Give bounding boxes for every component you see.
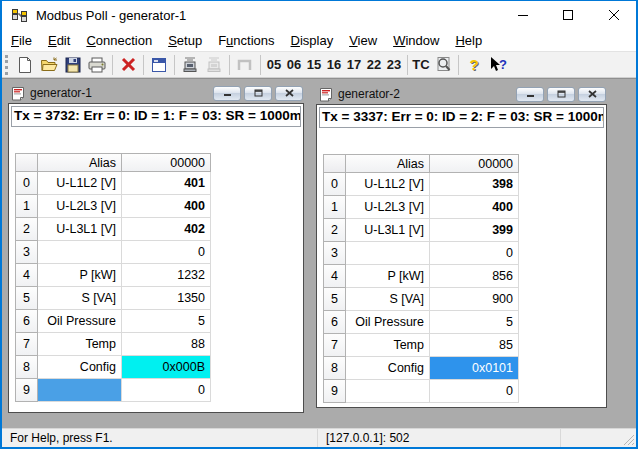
value-cell-row-5[interactable]: 1350 <box>122 287 211 310</box>
maximize-button[interactable] <box>546 1 591 29</box>
tc-button[interactable]: TC <box>411 54 431 76</box>
row-header-2[interactable]: 2 <box>16 218 38 241</box>
child-minimize-button[interactable] <box>213 86 241 101</box>
alias-cell-row-6[interactable]: Oil Pressure <box>346 311 430 334</box>
toolbar-fc-17-button[interactable]: 17 <box>344 54 364 76</box>
setup-window-button[interactable] <box>147 54 171 76</box>
alias-cell-row-5[interactable]: S [VA] <box>38 287 122 310</box>
app-icon[interactable] <box>11 7 28 23</box>
grid-corner-cell[interactable] <box>16 154 38 172</box>
alias-cell-row-1[interactable]: U-L2L3 [V] <box>38 195 122 218</box>
value-cell-row-9[interactable]: 0 <box>430 380 519 403</box>
title-bar[interactable]: Modbus Poll - generator-1 <box>2 1 636 29</box>
row-header-8[interactable]: 8 <box>16 356 38 379</box>
child-close-button[interactable] <box>275 86 303 101</box>
row-header-3[interactable]: 3 <box>324 242 346 265</box>
column-header-00000[interactable]: 00000 <box>122 154 211 172</box>
alias-cell-row-8[interactable]: Config <box>346 357 430 380</box>
toolbar-fc-22-button[interactable]: 22 <box>364 54 384 76</box>
row-header-0[interactable]: 0 <box>16 172 38 195</box>
row-header-6[interactable]: 6 <box>16 310 38 333</box>
resize-grip[interactable] <box>622 433 635 446</box>
alias-cell-row-8[interactable]: Config <box>38 356 122 379</box>
value-cell-row-1[interactable]: 400 <box>430 196 519 219</box>
row-header-2[interactable]: 2 <box>324 219 346 242</box>
save-file-button[interactable] <box>61 54 85 76</box>
alias-cell-row-2[interactable]: U-L3L1 [V] <box>38 218 122 241</box>
about-help-button[interactable]: ? <box>462 54 486 76</box>
row-header-7[interactable]: 7 <box>16 333 38 356</box>
child-restore-button[interactable] <box>244 86 272 101</box>
value-cell-row-2[interactable]: 402 <box>122 218 211 241</box>
value-cell-row-0[interactable]: 401 <box>122 172 211 195</box>
menu-setup[interactable]: Setup <box>160 30 210 51</box>
cancel-button[interactable] <box>116 54 140 76</box>
print-button[interactable] <box>85 54 109 76</box>
menu-connection[interactable]: Connection <box>78 30 160 51</box>
row-header-5[interactable]: 5 <box>16 287 38 310</box>
minimize-button[interactable] <box>501 1 546 29</box>
alias-cell-row-4[interactable]: P [kW] <box>346 265 430 288</box>
toolbar-grip[interactable] <box>5 55 10 75</box>
value-cell-row-8[interactable]: 0x0101 <box>430 357 519 380</box>
row-header-9[interactable]: 9 <box>324 380 346 403</box>
alias-cell-row-5[interactable]: S [VA] <box>346 288 430 311</box>
toolbar-fc-15-button[interactable]: 15 <box>304 54 324 76</box>
row-header-6[interactable]: 6 <box>324 311 346 334</box>
new-file-button[interactable] <box>13 54 37 76</box>
value-cell-row-7[interactable]: 88 <box>122 333 211 356</box>
child-restore-button[interactable] <box>547 87 575 102</box>
alias-cell-row-0[interactable]: U-L1L2 [V] <box>38 172 122 195</box>
value-cell-row-3[interactable]: 0 <box>430 242 519 265</box>
value-cell-row-4[interactable]: 1232 <box>122 264 211 287</box>
row-header-9[interactable]: 9 <box>16 379 38 402</box>
row-header-8[interactable]: 8 <box>324 357 346 380</box>
open-file-button[interactable] <box>37 54 61 76</box>
row-header-5[interactable]: 5 <box>324 288 346 311</box>
menu-edit[interactable]: Edit <box>40 30 78 51</box>
menu-file[interactable]: File <box>3 30 40 51</box>
context-help-button[interactable]: ? <box>486 54 510 76</box>
menu-display[interactable]: Display <box>283 30 342 51</box>
value-cell-row-6[interactable]: 5 <box>122 310 211 333</box>
alias-cell-row-0[interactable]: U-L1L2 [V] <box>346 173 430 196</box>
row-header-7[interactable]: 7 <box>324 334 346 357</box>
alias-cell-row-9[interactable] <box>38 379 122 402</box>
row-header-1[interactable]: 1 <box>324 196 346 219</box>
row-header-4[interactable]: 4 <box>16 264 38 287</box>
child-minimize-button[interactable] <box>516 87 544 102</box>
grid-corner-cell[interactable] <box>324 155 346 173</box>
value-cell-row-2[interactable]: 399 <box>430 219 519 242</box>
alias-cell-row-4[interactable]: P [kW] <box>38 264 122 287</box>
menu-help[interactable]: Help <box>447 30 490 51</box>
child-title-bar[interactable]: generator-1 <box>8 83 304 103</box>
alias-cell-row-2[interactable]: U-L3L1 [V] <box>346 219 430 242</box>
value-cell-row-7[interactable]: 85 <box>430 334 519 357</box>
value-cell-row-4[interactable]: 856 <box>430 265 519 288</box>
row-header-1[interactable]: 1 <box>16 195 38 218</box>
value-cell-row-1[interactable]: 400 <box>122 195 211 218</box>
menu-view[interactable]: View <box>341 30 385 51</box>
alias-cell-row-9[interactable] <box>346 380 430 403</box>
toolbar-fc-06-button[interactable]: 06 <box>284 54 304 76</box>
column-header-Alias[interactable]: Alias <box>346 155 430 173</box>
alias-cell-row-3[interactable] <box>346 242 430 265</box>
alias-cell-row-7[interactable]: Temp <box>38 333 122 356</box>
row-header-4[interactable]: 4 <box>324 265 346 288</box>
row-header-0[interactable]: 0 <box>324 173 346 196</box>
child-close-button[interactable] <box>578 87 606 102</box>
toolbar-fc-05-button[interactable]: 05 <box>264 54 284 76</box>
communication-traffic-button[interactable] <box>431 54 455 76</box>
value-cell-row-9[interactable]: 0 <box>122 379 211 402</box>
row-header-3[interactable]: 3 <box>16 241 38 264</box>
value-cell-row-5[interactable]: 900 <box>430 288 519 311</box>
value-cell-row-3[interactable]: 0 <box>122 241 211 264</box>
value-cell-row-6[interactable]: 5 <box>430 311 519 334</box>
menu-window[interactable]: Window <box>385 30 447 51</box>
child-title-bar[interactable]: generator-2 <box>316 84 607 104</box>
close-button[interactable] <box>591 1 636 29</box>
poll-definition-button[interactable] <box>178 54 202 76</box>
menu-functions[interactable]: Functions <box>210 30 282 51</box>
toolbar-fc-16-button[interactable]: 16 <box>324 54 344 76</box>
value-cell-row-0[interactable]: 398 <box>430 173 519 196</box>
